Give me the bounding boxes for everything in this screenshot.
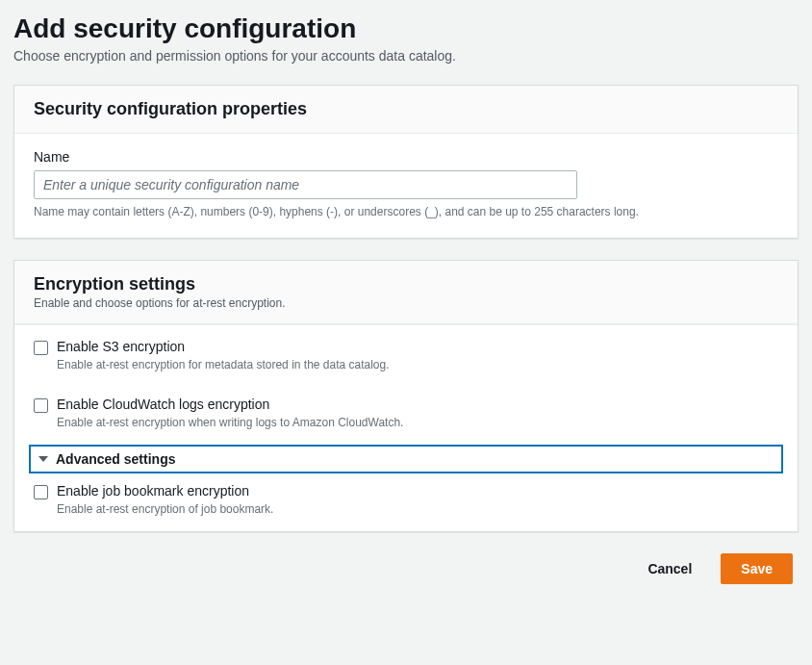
cancel-button[interactable]: Cancel — [628, 553, 711, 584]
s3-option: Enable S3 encryption Enable at-rest encr… — [14, 324, 798, 387]
bookmark-option: Enable job bookmark encryption Enable at… — [14, 473, 798, 531]
s3-label[interactable]: Enable S3 encryption — [57, 339, 185, 354]
name-field-helper: Name may contain letters (A-Z), numbers … — [34, 205, 778, 218]
cloudwatch-option: Enable CloudWatch logs encryption Enable… — [14, 387, 798, 445]
bookmark-label[interactable]: Enable job bookmark encryption — [57, 483, 249, 499]
name-field-input[interactable] — [34, 170, 577, 199]
s3-desc: Enable at-rest encryption for metadata s… — [57, 358, 778, 371]
footer-actions: Cancel Save — [13, 553, 799, 584]
cloudwatch-desc: Enable at-rest encryption when writing l… — [57, 416, 778, 429]
caret-down-icon — [38, 456, 48, 462]
properties-panel: Security configuration properties Name N… — [13, 85, 799, 239]
encryption-panel-subtitle: Enable and choose options for at-rest en… — [34, 296, 778, 310]
encryption-panel: Encryption settings Enable and choose op… — [13, 260, 799, 532]
page-header: Add security configuration Choose encryp… — [13, 13, 799, 64]
save-button[interactable]: Save — [721, 553, 793, 584]
name-field-label: Name — [34, 149, 778, 165]
page-title: Add security configuration — [13, 13, 799, 44]
cloudwatch-checkbox[interactable] — [34, 398, 48, 413]
encryption-panel-header: Encryption settings Enable and choose op… — [14, 261, 798, 324]
properties-panel-title: Security configuration properties — [34, 99, 778, 119]
properties-panel-body: Name Name may contain letters (A-Z), num… — [14, 134, 798, 238]
s3-checkbox[interactable] — [34, 341, 48, 355]
advanced-settings-label: Advanced settings — [56, 451, 175, 467]
page-subtitle: Choose encryption and permission options… — [13, 48, 799, 64]
bookmark-desc: Enable at-rest encryption of job bookmar… — [57, 502, 778, 516]
properties-panel-header: Security configuration properties — [14, 86, 798, 134]
cloudwatch-label[interactable]: Enable CloudWatch logs encryption — [57, 396, 269, 412]
encryption-panel-title: Encryption settings — [34, 274, 778, 294]
advanced-settings-expander[interactable]: Advanced settings — [29, 445, 783, 473]
bookmark-checkbox[interactable] — [34, 485, 48, 499]
